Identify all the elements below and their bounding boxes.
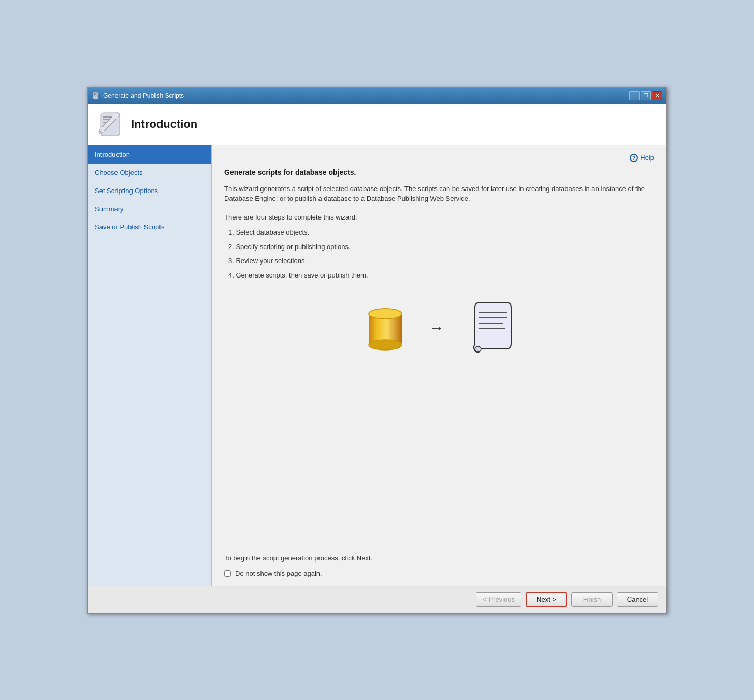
illustration-area: → — [224, 300, 654, 357]
close-button[interactable]: ✕ — [652, 91, 662, 100]
checkbox-row: Do not show this page again. — [224, 570, 654, 577]
minimize-button[interactable]: — — [629, 91, 640, 100]
restore-button[interactable]: ❐ — [641, 91, 651, 100]
content-heading: Generate scripts for database objects. — [224, 168, 654, 177]
sidebar-item-set-scripting-options[interactable]: Set Scripting Options — [88, 182, 211, 200]
finish-button[interactable]: Finish — [571, 592, 613, 607]
footer-text: To begin the script generation process, … — [224, 553, 654, 563]
content-paragraph: This wizard generates a script of select… — [224, 184, 654, 204]
arrow-right: → — [429, 320, 444, 337]
cancel-button[interactable]: Cancel — [617, 592, 658, 607]
window-title: Generate and Publish Scripts — [103, 92, 184, 99]
script-scroll-icon — [465, 300, 516, 357]
svg-point-0 — [99, 132, 102, 134]
help-link[interactable]: ? Help — [630, 154, 654, 162]
sidebar-item-introduction[interactable]: Introduction — [88, 145, 211, 164]
sidebar-item-save-or-publish[interactable]: Save or Publish Scripts — [88, 218, 211, 236]
database-icon — [362, 302, 409, 354]
svg-point-5 — [475, 346, 481, 352]
sidebar: Introduction Choose Objects Set Scriptin… — [88, 145, 212, 586]
step-3: 3. Review your selections. — [224, 256, 654, 266]
content-area: ? Help Generate scripts for database obj… — [212, 145, 666, 586]
svg-point-3 — [369, 340, 402, 350]
checkbox-label: Do not show this page again. — [235, 570, 322, 577]
window-icon — [92, 92, 100, 100]
title-bar: Generate and Publish Scripts — ❐ ✕ — [88, 88, 666, 104]
header-section: Introduction — [88, 104, 666, 145]
help-label: Help — [640, 154, 654, 162]
help-icon: ? — [630, 154, 638, 162]
page-title: Introduction — [131, 118, 197, 131]
svg-point-4 — [369, 309, 402, 319]
help-row: ? Help — [224, 154, 654, 162]
steps-intro: There are four steps to complete this wi… — [224, 212, 654, 223]
title-controls: — ❐ ✕ — [629, 91, 662, 100]
content-body: Generate scripts for database objects. T… — [224, 168, 654, 577]
sidebar-item-choose-objects[interactable]: Choose Objects — [88, 164, 211, 182]
main-content: Introduction Choose Objects Set Scriptin… — [88, 145, 666, 586]
dont-show-checkbox[interactable] — [224, 570, 231, 577]
step-4: 4. Generate scripts, then save or publis… — [224, 270, 654, 281]
step-2: 2. Specify scripting or publishing optio… — [224, 242, 654, 252]
step-1: 1. Select database objects. — [224, 227, 654, 238]
previous-button[interactable]: < Previous — [476, 592, 521, 607]
sidebar-item-summary[interactable]: Summary — [88, 200, 211, 218]
header-scroll-icon — [96, 111, 123, 138]
title-bar-left: Generate and Publish Scripts — [92, 92, 184, 100]
next-button[interactable]: Next > — [526, 592, 567, 607]
main-window: Generate and Publish Scripts — ❐ ✕ Intro… — [87, 87, 667, 614]
bottom-bar: < Previous Next > Finish Cancel — [88, 586, 666, 613]
